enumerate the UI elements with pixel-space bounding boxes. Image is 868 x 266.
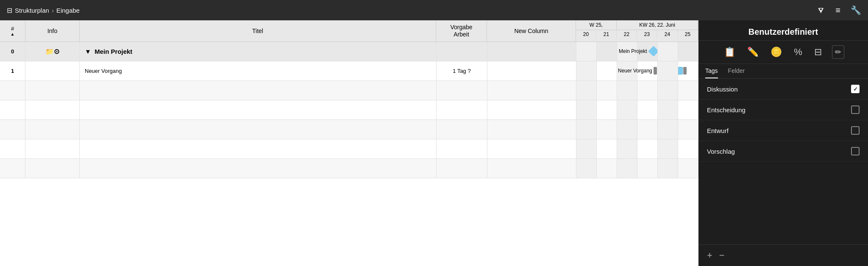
col-titel-header: Titel <box>80 20 436 42</box>
empty-vorgabe <box>437 81 487 100</box>
info-label: Info <box>47 28 57 34</box>
new-column-label: New Column <box>514 28 548 34</box>
right-panel: Benutzerdefiniert 📋 ✏️ 🪙 % ⊟ ✏ Tags Feld… <box>698 20 868 266</box>
gantt-day-23: 23 <box>637 30 657 39</box>
table-row-empty-5 <box>0 159 698 178</box>
entscheidung-checkbox[interactable] <box>851 105 860 114</box>
table-area: # ▲ Info Titel VorgabeArbeit New Column … <box>0 20 698 266</box>
gantt-day-25: 25 <box>678 30 698 39</box>
row-newcol-0 <box>487 42 576 61</box>
top-bar-icons: ⛛ ≡ 🔧 <box>817 5 861 15</box>
col-info-header: Info <box>25 20 80 42</box>
gantt-header: W 25, KW 26, 22. Juni 20 21 22 23 24 25 <box>576 20 698 42</box>
table-row: 1 Neuer Vorgang 1 Tag ? Neuer Vorgang <box>0 61 698 81</box>
breadcrumb-eingabe[interactable]: Eingabe <box>56 7 80 14</box>
row-vorgabe-1: 1 Tag ? <box>437 61 487 80</box>
gantt-col-20-t1 <box>576 61 597 80</box>
row-titel-1[interactable]: Neuer Vorgang <box>80 61 437 80</box>
gantt-col-24-proj <box>658 42 678 61</box>
wrench-icon[interactable]: 🔧 <box>851 5 861 15</box>
pencil-icon[interactable]: ✏️ <box>746 45 760 59</box>
vorschlag-label: Vorschlag <box>707 148 735 155</box>
vorschlag-checkbox[interactable] <box>851 147 860 155</box>
empty-gantt-4 <box>576 139 698 158</box>
empty-gantt-5 <box>576 159 698 178</box>
row-info-1 <box>25 61 80 80</box>
top-bar: ⊟ Strukturplan › Eingabe ⛛ ≡ 🔧 <box>0 0 868 20</box>
empty-gantt-3 <box>576 120 698 139</box>
vorgabe-label: VorgabeArbeit <box>450 24 472 38</box>
panel-row-entscheidung: Entscheidung <box>698 100 868 120</box>
gantt-week-25: W 25, <box>576 20 617 30</box>
diskussion-checkbox[interactable] <box>851 85 860 93</box>
clipboard-icon[interactable]: 📋 <box>722 45 737 59</box>
gantt-col-21-t1 <box>597 61 617 80</box>
row-vorgabe-0 <box>437 42 487 61</box>
gantt-col-25-proj <box>678 42 698 61</box>
add-tag-button[interactable]: + <box>707 250 712 261</box>
percent-icon[interactable]: % <box>792 45 804 59</box>
gantt-col-23-t1 <box>637 61 658 80</box>
gantt-day-24: 24 <box>657 30 678 39</box>
table-row-empty-3 <box>0 120 698 139</box>
right-panel-icon-bar: 📋 ✏️ 🪙 % ⊟ ✏ <box>698 41 868 64</box>
breadcrumb-separator: › <box>52 7 54 14</box>
empty-titel <box>80 81 437 100</box>
empty-newcol <box>487 81 576 100</box>
sort-arrow[interactable]: ▲ <box>11 32 15 36</box>
gantt-row-project: Mein Projekt <box>576 42 698 61</box>
list-icon[interactable]: ≡ <box>835 6 840 15</box>
row-newcol-1 <box>487 61 576 80</box>
table-header: # ▲ Info Titel VorgabeArbeit New Column … <box>0 20 698 42</box>
folder-icon: 📁 <box>45 47 54 55</box>
table-row-empty-4 <box>0 139 698 159</box>
rows-icon[interactable]: ⊟ <box>812 45 823 59</box>
col-vorgabe-header: VorgabeArbeit <box>436 20 487 42</box>
empty-info <box>25 81 80 100</box>
empty-hash <box>0 81 25 100</box>
panel-row-diskussion: Diskussion 🖱 <box>698 79 868 100</box>
gantt-row-task1: Neuer Vorgang <box>576 61 698 80</box>
gantt-col-24-t1 <box>658 61 678 80</box>
gantt-week-26: KW 26, 22. Juni <box>617 20 698 30</box>
empty-gantt <box>576 81 698 100</box>
tab-felder[interactable]: Felder <box>728 67 745 78</box>
entwurf-checkbox[interactable] <box>851 126 860 135</box>
empty-gantt-2 <box>576 100 698 119</box>
gantt-header-days: 20 21 22 23 24 25 <box>576 30 698 39</box>
diskussion-label: Diskussion <box>707 86 738 93</box>
right-panel-body: Diskussion 🖱 Entscheidung Entwurf Vorsch… <box>698 79 868 244</box>
gantt-header-weeks: W 25, KW 26, 22. Juni <box>576 20 698 30</box>
table-row-empty-2 <box>0 100 698 120</box>
panel-row-entwurf: Entwurf <box>698 120 868 141</box>
cursor-hand: 🖱 <box>865 79 868 97</box>
row-hash-1: 1 <box>0 61 25 80</box>
strukturplan-icon: ⊟ <box>7 6 12 14</box>
col-new-column-header[interactable]: New Column <box>487 20 576 42</box>
remove-tag-button[interactable]: − <box>719 250 725 261</box>
hash-label: # <box>11 25 14 32</box>
right-panel-footer: + − <box>698 244 868 266</box>
gantt-col-25-t1 <box>678 61 698 80</box>
right-panel-title: Benutzerdefiniert <box>698 20 868 41</box>
panel-row-vorschlag: Vorschlag <box>698 141 868 162</box>
tab-tags[interactable]: Tags <box>705 67 718 78</box>
gantt-day-20: 20 <box>576 30 596 39</box>
gantt-day-21: 21 <box>596 30 617 39</box>
gantt-col-21-proj <box>597 42 617 61</box>
breadcrumb-strukturplan[interactable]: Strukturplan <box>15 7 49 14</box>
row-info-0: 📁 ⊙ <box>25 42 80 61</box>
row-titel-0[interactable]: ▼ Mein Projekt <box>80 42 437 61</box>
entwurf-label: Entwurf <box>707 127 729 134</box>
table-row-empty-1 <box>0 81 698 100</box>
breadcrumb: ⊟ Strukturplan › Eingabe <box>7 6 80 14</box>
edit-box-icon[interactable]: ✏ <box>832 45 844 59</box>
entscheidung-label: Entscheidung <box>707 106 746 114</box>
filter-icon[interactable]: ⛛ <box>817 6 825 15</box>
gantt-col-20-proj <box>576 42 597 61</box>
gantt-col-22-t1: Neuer Vorgang <box>617 61 637 80</box>
gantt-day-22: 22 <box>617 30 637 39</box>
right-panel-tabs: Tags Felder <box>698 64 868 79</box>
coins-icon[interactable]: 🪙 <box>769 45 784 59</box>
row-hash-0: 0 <box>0 42 25 61</box>
